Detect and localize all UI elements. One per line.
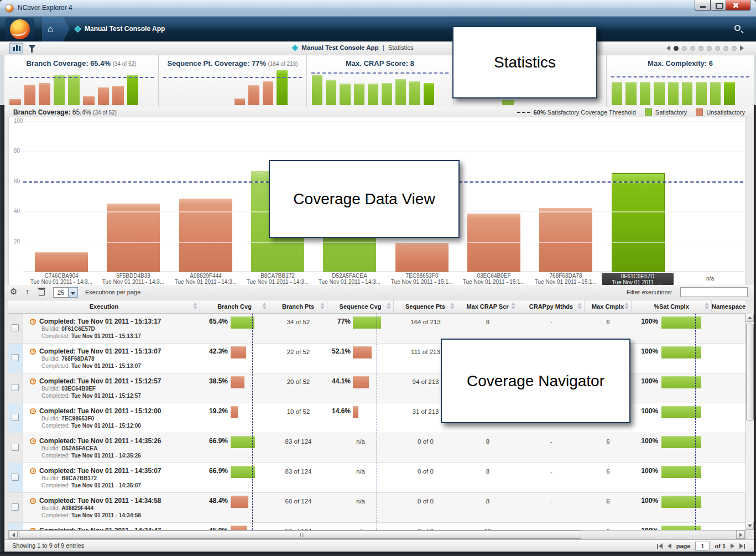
maximize-button[interactable] (710, 0, 726, 11)
sort-icon[interactable] (387, 303, 391, 309)
gridline-overlay (23, 121, 745, 122)
dots-prev-icon[interactable] (666, 45, 670, 51)
vertical-scrollbar[interactable] (745, 314, 754, 530)
chart-bar[interactable] (395, 243, 449, 272)
sort-icon[interactable] (705, 303, 709, 309)
gear-icon[interactable] (10, 287, 17, 297)
next-page-icon[interactable] (731, 543, 734, 549)
search-icon[interactable] (734, 25, 741, 31)
row-checkbox[interactable] (12, 444, 19, 451)
home-tab[interactable] (42, 17, 70, 41)
mini-bar (502, 100, 513, 105)
col-max-cmplx[interactable]: Max Cmplx (585, 300, 632, 313)
project-crumb[interactable]: Manual Test Console App (75, 25, 165, 33)
view-dot[interactable] (723, 46, 728, 51)
chart-bar[interactable] (179, 199, 232, 272)
view-pager-dots (666, 45, 744, 51)
vertical-scroll-thumb[interactable] (746, 324, 754, 420)
crappy-mthds-cell: - (518, 493, 585, 522)
x-axis-label[interactable]: 768F68DA78Tue Nov 01 2011 - 15:1... (530, 273, 602, 285)
x-axis-label[interactable]: 6F5BDD4B38Tue Nov 01 2011 - 14:3... (97, 273, 169, 285)
view-dot[interactable] (674, 46, 679, 51)
home-icon (48, 24, 53, 35)
export-up-arrow-icon[interactable] (25, 287, 29, 296)
col-sequence-cvg[interactable]: Sequence Cvg (327, 300, 394, 313)
first-page-icon[interactable] (657, 543, 663, 549)
horizontal-scrollbar[interactable] (8, 530, 745, 539)
col-max-crap[interactable]: Max CRAP Scr (457, 300, 518, 313)
sort-icon[interactable] (624, 303, 629, 309)
frame-right (754, 105, 756, 556)
view-dot[interactable] (732, 46, 737, 51)
x-axis-label[interactable]: 03EC64B0EFTue Nov 01 2011 - 15:1... (458, 273, 530, 285)
last-page-icon[interactable] (739, 543, 745, 549)
x-axis-label[interactable]: 7EC98653F0Tue Nov 01 2011 - 15:1... (386, 273, 458, 285)
x-axis-label[interactable]: C746CBA904Tue Nov 01 2011 - 14:3... (25, 273, 97, 285)
sort-icon[interactable] (262, 303, 267, 309)
sort-icon[interactable] (193, 303, 197, 309)
page-size-dropdown[interactable]: 25 (53, 287, 78, 298)
col-sat-cmplx[interactable]: %Sat Cmplx (632, 300, 712, 313)
sort-icon[interactable] (577, 303, 582, 309)
stat-panel-branch-coverage[interactable]: Branch Coverage: 65.4% (34 of 52) (4, 55, 159, 107)
prev-page-icon[interactable] (668, 543, 671, 549)
scroll-right-icon[interactable] (736, 531, 745, 539)
stat-panel-sequence-coverage[interactable]: Sequence Pt. Coverage: 77% (164 of 213) (159, 55, 307, 107)
scroll-left-icon[interactable] (9, 531, 18, 539)
breadcrumb-app[interactable]: Manual Test Console App (301, 44, 378, 51)
mini-bar (382, 83, 392, 105)
chart-bar[interactable] (35, 252, 88, 272)
chart-bar[interactable] (467, 214, 520, 272)
view-dot[interactable] (682, 46, 687, 51)
col-namespace[interactable]: Namespace (712, 300, 745, 313)
dots-next-icon[interactable] (740, 45, 744, 51)
x-axis-label[interactable]: D52A5FACEATue Nov 01 2011 - 14:3... (314, 273, 385, 285)
row-checkbox[interactable] (12, 324, 19, 331)
col-sequence-pts[interactable]: Sequence Pts (394, 300, 457, 313)
trash-icon[interactable] (39, 289, 45, 296)
cell-bar (353, 406, 358, 418)
view-dot[interactable] (698, 46, 703, 51)
view-dot[interactable] (690, 46, 695, 51)
sort-icon[interactable] (450, 303, 455, 309)
sort-icon[interactable] (511, 303, 515, 309)
branch-pts-cell: 60 of 124 (269, 493, 327, 522)
mini-bar (277, 70, 288, 105)
chevron-down-icon[interactable] (69, 287, 78, 298)
legend-unsatisfactory: Unsatisfactory (696, 108, 745, 116)
col-branch-cvg[interactable]: Branch Cvg (200, 300, 269, 313)
x-axis-label[interactable]: 0F61C6E57DTue Nov 01 2011 - ... (602, 273, 674, 285)
row-checkbox[interactable] (12, 474, 19, 481)
view-dot[interactable] (715, 46, 720, 51)
statistics-callout: Statistics (452, 26, 597, 98)
mini-chart (310, 71, 450, 105)
view-dot[interactable] (707, 46, 712, 51)
chart-header: Branch Coverage: 65.4% (34 of 52) 60% Sa… (4, 107, 754, 117)
page-input[interactable] (695, 542, 710, 550)
chart-bar[interactable] (539, 208, 592, 272)
scroll-up-icon[interactable] (745, 314, 754, 322)
stat-panel-max-crap[interactable]: Max. CRAP Score: 8 (307, 55, 453, 107)
row-checkbox[interactable] (12, 354, 19, 361)
col-crappy-mthds[interactable]: CRAPpy Mthds (518, 300, 585, 313)
scroll-down-icon[interactable] (745, 522, 754, 530)
stat-panel-max-complexity[interactable]: Max. Complexity: 6 (607, 55, 754, 107)
filter-input[interactable] (680, 287, 748, 297)
x-axis-label[interactable]: n/a (674, 273, 746, 282)
sort-icon[interactable] (320, 303, 325, 309)
ncover-logo[interactable] (6, 18, 34, 40)
row-checkbox[interactable] (12, 503, 19, 511)
minimize-button[interactable] (695, 0, 711, 11)
x-axis-label[interactable]: A08829F444Tue Nov 01 2011 - 14:3... (170, 273, 242, 285)
horizontal-scroll-thumb[interactable] (19, 531, 581, 539)
breadcrumb-page[interactable]: Statistics (388, 44, 414, 51)
chart-bar[interactable] (612, 173, 665, 272)
row-checkbox[interactable] (12, 414, 19, 421)
col-execution[interactable]: Execution (8, 300, 200, 313)
col-branch-pts[interactable]: Branch Pts (269, 300, 327, 313)
x-axis-label[interactable]: B8CA7BB172Tue Nov 01 2011 - 14:3... (242, 273, 314, 285)
close-button[interactable] (726, 0, 750, 11)
chart-bar[interactable] (107, 204, 160, 272)
execution-title: Completed: Tue Nov 01 2011 - 15:12:57 (30, 377, 200, 386)
row-checkbox[interactable] (12, 384, 19, 391)
